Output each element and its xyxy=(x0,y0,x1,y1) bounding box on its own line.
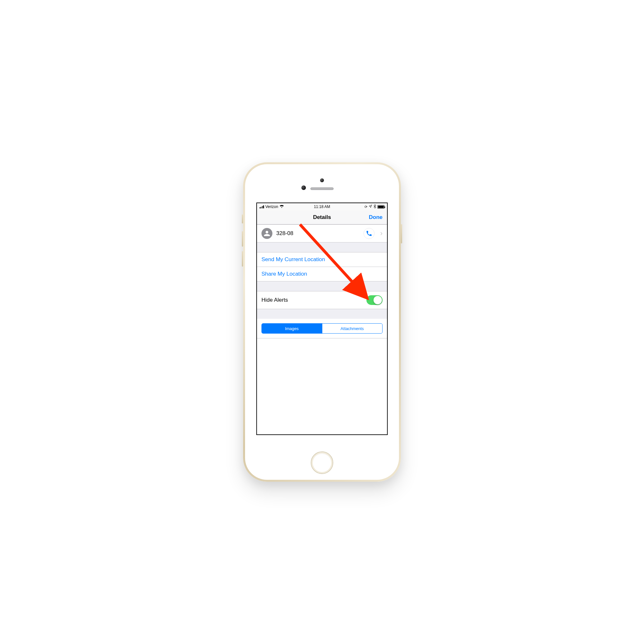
volume-down xyxy=(242,251,243,267)
phone-icon xyxy=(366,231,372,236)
contact-name: 328-08 xyxy=(276,230,360,237)
section-gap xyxy=(257,281,387,291)
call-button[interactable] xyxy=(364,228,374,239)
battery-icon xyxy=(377,205,384,209)
phone-body: Verizon 11:18 AM ⟳ xyxy=(243,162,401,482)
nav-bar: Details Done xyxy=(257,210,387,224)
wifi-icon xyxy=(279,204,284,209)
location-services-icon xyxy=(369,204,372,209)
send-current-location-label: Send My Current Location xyxy=(261,256,325,263)
earpiece-speaker-icon xyxy=(310,187,334,190)
power-button xyxy=(401,224,402,243)
status-bar: Verizon 11:18 AM ⟳ xyxy=(257,203,387,210)
cellular-signal-icon xyxy=(260,205,264,208)
chevron-right-icon: › xyxy=(380,229,383,238)
segment-images[interactable]: Images xyxy=(262,324,322,333)
proximity-sensor-icon xyxy=(301,185,306,190)
segment-attachments[interactable]: Attachments xyxy=(322,324,383,333)
carrier-label: Verizon xyxy=(265,204,278,209)
section-gap xyxy=(257,242,387,252)
clock-label: 11:18 AM xyxy=(314,204,330,209)
rotation-lock-icon: ⟳ xyxy=(365,205,367,209)
attachments-grid-empty xyxy=(257,338,387,434)
done-button[interactable]: Done xyxy=(369,214,383,221)
home-button[interactable] xyxy=(311,451,333,474)
send-current-location-button[interactable]: Send My Current Location xyxy=(257,252,387,267)
hide-alerts-toggle[interactable] xyxy=(366,295,383,305)
front-camera-icon xyxy=(320,178,324,182)
volume-up xyxy=(242,231,243,247)
attachments-segmented-control: Images Attachments xyxy=(261,323,383,334)
screen: Verizon 11:18 AM ⟳ xyxy=(256,203,388,435)
phone-front: Verizon 11:18 AM ⟳ xyxy=(245,164,399,480)
mute-switch xyxy=(242,214,243,223)
contact-avatar-icon xyxy=(261,228,272,239)
section-gap xyxy=(257,309,387,319)
hide-alerts-row: Hide Alerts xyxy=(257,291,387,309)
page-title: Details xyxy=(313,214,331,221)
toggle-knob-icon xyxy=(374,296,382,304)
share-my-location-button[interactable]: Share My Location xyxy=(257,267,387,281)
hide-alerts-label: Hide Alerts xyxy=(261,297,288,303)
contact-row[interactable]: 328-08 › xyxy=(257,225,387,242)
bluetooth-icon xyxy=(374,204,376,209)
share-my-location-label: Share My Location xyxy=(261,271,307,277)
